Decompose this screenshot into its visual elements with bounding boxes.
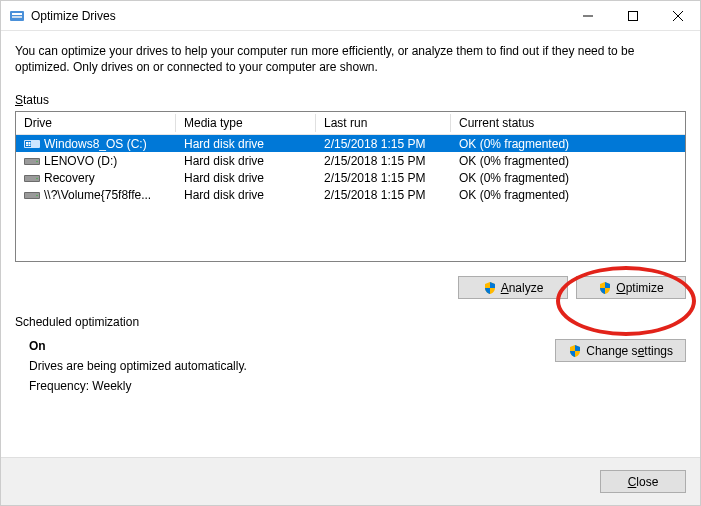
minimize-button[interactable] xyxy=(565,1,610,30)
drive-name: LENOVO (D:) xyxy=(44,154,117,168)
footer: Close xyxy=(1,457,700,505)
drive-name: Recovery xyxy=(44,171,95,185)
svg-rect-9 xyxy=(26,142,28,144)
table-row[interactable]: Windows8_OS (C:)Hard disk drive2/15/2018… xyxy=(16,135,685,152)
svg-point-15 xyxy=(36,161,38,163)
analyze-button[interactable]: Analyze xyxy=(458,276,568,299)
scheduled-freq: Frequency: Weekly xyxy=(29,379,247,393)
scheduled-state: On xyxy=(29,339,247,353)
optimize-button[interactable]: Optimize xyxy=(576,276,686,299)
drive-icon xyxy=(24,172,40,184)
svg-rect-1 xyxy=(12,13,22,15)
shield-icon xyxy=(483,281,497,295)
current-status: OK (0% fragmented) xyxy=(451,154,671,168)
drive-icon xyxy=(24,189,40,201)
window-controls xyxy=(565,1,700,30)
svg-rect-10 xyxy=(29,142,31,144)
svg-rect-11 xyxy=(26,144,28,146)
description-text: You can optimize your drives to help you… xyxy=(15,43,686,75)
drive-name: \\?\Volume{75f8ffe... xyxy=(44,188,151,202)
window-title: Optimize Drives xyxy=(31,9,565,23)
current-status: OK (0% fragmented) xyxy=(451,171,671,185)
scheduled-text: On Drives are being optimized automatica… xyxy=(29,339,247,399)
scheduled-desc: Drives are being optimized automatically… xyxy=(29,359,247,373)
col-status[interactable]: Current status xyxy=(451,112,671,134)
maximize-button[interactable] xyxy=(610,1,655,30)
scheduled-label: Scheduled optimization xyxy=(15,315,686,329)
app-icon xyxy=(9,8,25,24)
close-label: Close xyxy=(628,475,659,489)
titlebar: Optimize Drives xyxy=(1,1,700,31)
table-row[interactable]: RecoveryHard disk drive2/15/2018 1:15 PM… xyxy=(16,169,685,186)
drive-name: Windows8_OS (C:) xyxy=(44,137,147,151)
table-row[interactable]: \\?\Volume{75f8ffe...Hard disk drive2/15… xyxy=(16,186,685,203)
close-window-button[interactable] xyxy=(655,1,700,30)
table-header: Drive Media type Last run Current status xyxy=(16,112,685,135)
last-run: 2/15/2018 1:15 PM xyxy=(316,171,451,185)
status-label: Status xyxy=(15,93,686,107)
col-drive[interactable]: Drive xyxy=(16,112,176,134)
col-media[interactable]: Media type xyxy=(176,112,316,134)
svg-rect-4 xyxy=(628,11,637,20)
shield-icon xyxy=(568,344,582,358)
svg-rect-2 xyxy=(12,16,22,18)
svg-rect-12 xyxy=(29,144,31,146)
col-last[interactable]: Last run xyxy=(316,112,451,134)
media-type: Hard disk drive xyxy=(176,188,316,202)
svg-point-21 xyxy=(36,195,38,197)
last-run: 2/15/2018 1:15 PM xyxy=(316,154,451,168)
table-row[interactable]: LENOVO (D:)Hard disk drive2/15/2018 1:15… xyxy=(16,152,685,169)
drives-table: Drive Media type Last run Current status… xyxy=(15,111,686,262)
close-button[interactable]: Close xyxy=(600,470,686,493)
optimize-label: Optimize xyxy=(616,281,663,295)
media-type: Hard disk drive xyxy=(176,154,316,168)
drive-icon xyxy=(24,155,40,167)
analyze-label: Analyze xyxy=(501,281,544,295)
current-status: OK (0% fragmented) xyxy=(451,137,671,151)
media-type: Hard disk drive xyxy=(176,171,316,185)
change-settings-button[interactable]: Change settings xyxy=(555,339,686,362)
drive-icon xyxy=(24,138,40,150)
media-type: Hard disk drive xyxy=(176,137,316,151)
change-settings-label: Change settings xyxy=(586,344,673,358)
table-body: Windows8_OS (C:)Hard disk drive2/15/2018… xyxy=(16,135,685,261)
last-run: 2/15/2018 1:15 PM xyxy=(316,137,451,151)
svg-point-18 xyxy=(36,178,38,180)
shield-icon xyxy=(598,281,612,295)
last-run: 2/15/2018 1:15 PM xyxy=(316,188,451,202)
current-status: OK (0% fragmented) xyxy=(451,188,671,202)
